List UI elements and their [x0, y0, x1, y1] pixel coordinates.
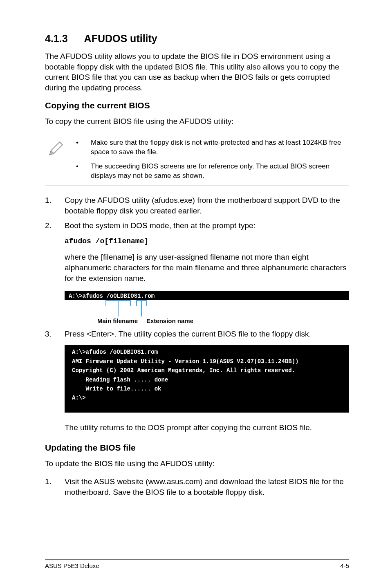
connector-line	[146, 300, 147, 306]
note-item: • The succeeding BIOS screens are for re…	[76, 162, 347, 181]
step-number: 1.	[45, 476, 65, 498]
terminal-output: A:\>afudos /oOLDBIOS1.rom AMI Firmware U…	[65, 345, 349, 412]
note-list: • Make sure that the floppy disk is not …	[76, 138, 347, 182]
step-number: 2.	[45, 220, 65, 231]
copy-heading: Copying the current BIOS	[45, 101, 349, 110]
note-text: Make sure that the floppy disk is not wr…	[91, 138, 347, 157]
step-body: Copy the AFUDOS utility (afudos.exe) fro…	[65, 195, 349, 216]
step-number: 3.	[45, 329, 65, 339]
step: 1. Visit the ASUS website (www.asus.com)…	[45, 476, 349, 498]
step: 3. Press <Enter>. The utility copies the…	[45, 329, 349, 339]
step: 2. Boot the system in DOS mode, then at …	[45, 220, 349, 231]
bullet-icon: •	[76, 162, 91, 181]
connector-line	[118, 300, 119, 316]
update-intro: To update the BIOS file using the AFUDOS…	[45, 458, 349, 469]
connector-line	[136, 300, 137, 306]
update-heading: Updating the BIOS file	[45, 443, 349, 453]
intro-paragraph: The AFUDOS utility allows you to update …	[45, 51, 349, 93]
page-footer: ASUS P5E3 Deluxe 4-5	[45, 559, 349, 569]
step-body: Visit the ASUS website (www.asus.com) an…	[65, 476, 349, 498]
command-line: afudos /o[filename]	[65, 237, 349, 245]
return-paragraph: The utility returns to the DOS prompt af…	[65, 422, 349, 433]
terminal-output: A:\>afudos /oOLDBIOS1.rom	[65, 291, 349, 300]
step-body: Boot the system in DOS mode, then at the…	[65, 220, 349, 231]
section-heading: 4.1.3AFUDOS utility	[45, 33, 349, 45]
connector-line	[105, 300, 106, 306]
annotation-label-ext: Extension name	[146, 317, 193, 324]
connector-line	[141, 300, 142, 316]
annotation-label-main: Main filename	[97, 317, 138, 324]
step-number: 1.	[45, 195, 65, 216]
note-item: • Make sure that the floppy disk is not …	[76, 138, 347, 157]
step-list: 1. Copy the AFUDOS utility (afudos.exe) …	[45, 195, 349, 231]
footer-left: ASUS P5E3 Deluxe	[45, 562, 99, 569]
copy-intro: To copy the current BIOS file using the …	[45, 116, 349, 127]
footer-page-number: 4-5	[340, 562, 349, 569]
annotation-figure: Main filename Extension name	[65, 300, 349, 329]
connector-line	[130, 300, 131, 306]
step-body: Press <Enter>. The utility copies the cu…	[65, 329, 349, 339]
section-title: AFUDOS utility	[84, 33, 157, 44]
where-paragraph: where the [filename] is any user-assigne…	[65, 252, 349, 284]
section-number: 4.1.3	[45, 33, 68, 45]
note-pencil-icon	[47, 138, 76, 159]
bullet-icon: •	[76, 138, 91, 157]
note-block: • Make sure that the floppy disk is not …	[45, 134, 349, 186]
note-text: The succeeding BIOS screens are for refe…	[91, 162, 347, 181]
step: 1. Copy the AFUDOS utility (afudos.exe) …	[45, 195, 349, 216]
